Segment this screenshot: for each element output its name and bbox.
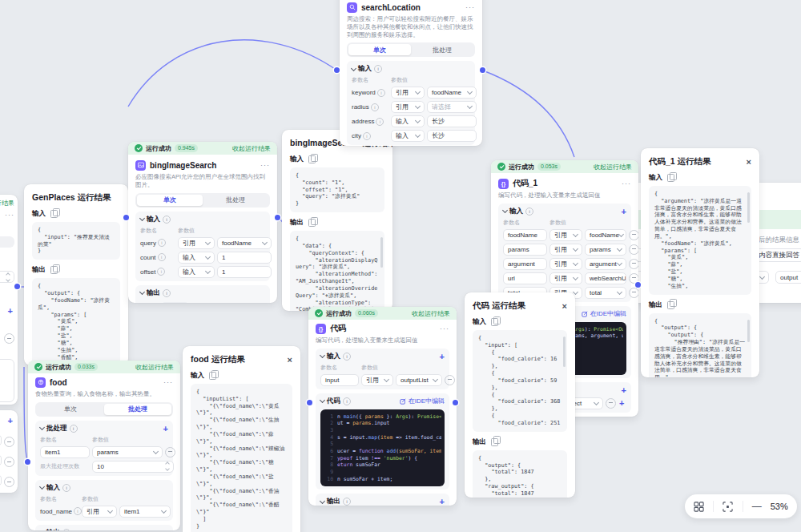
param-input[interactable] (0, 474, 2, 486)
param-input[interactable] (0, 454, 2, 466)
end-node-output-select[interactable]: output (775, 271, 801, 284)
fit-view-button[interactable] (723, 502, 733, 512)
more-menu-button[interactable]: ··· (5, 211, 14, 219)
search-location-node-card[interactable]: searchLocation ··· 周边搜索：用户可以轻松搜索附近的餐厅、娱乐… (340, 0, 482, 146)
add-output-button[interactable]: + (440, 498, 445, 506)
tab-single[interactable]: 单次 (137, 195, 203, 206)
node-port[interactable] (123, 215, 129, 220)
code-node-card[interactable]: 运行成功 0.060s 收起运行结果 {} 代码 ··· 编写代码，处理输入变量… (308, 307, 457, 506)
bing-result-panel[interactable]: bingImageSearch 运行结果 输入 { "count": "1", … (282, 130, 392, 311)
scrollbar[interactable] (563, 337, 566, 367)
copy-icon[interactable] (491, 318, 498, 326)
tab-batch[interactable]: 批处理 (203, 195, 268, 206)
edit-in-ide-link[interactable]: 在IDE中编辑 (400, 397, 445, 405)
zoom-level[interactable]: 53% (771, 502, 788, 511)
remove-param-button[interactable] (4, 437, 14, 447)
add-param-button[interactable]: + (440, 353, 445, 361)
remove-param-button[interactable] (629, 259, 638, 269)
param-input[interactable] (0, 434, 2, 446)
param-type-select[interactable]: 输入 (391, 130, 425, 142)
remove-param-button[interactable] (4, 457, 14, 467)
remove-param-button[interactable] (629, 230, 638, 240)
param-type-select[interactable]: 引用 (178, 237, 215, 249)
zoom-out-button[interactable]: — (752, 501, 762, 512)
param-type-select[interactable]: 引用 (391, 87, 425, 99)
batch-value-select[interactable]: params (92, 446, 163, 458)
food-node-card[interactable]: 运行成功 0.033s 收起运行结果 food ··· 食物热量查询，输入食物名… (28, 361, 180, 530)
tab-batch[interactable]: 批处理 (104, 404, 171, 415)
add-batch-param-button[interactable]: + (163, 425, 168, 433)
param-type-select[interactable]: 引用 (391, 101, 425, 113)
stepper-icon[interactable] (166, 462, 169, 470)
copy-icon[interactable] (308, 155, 316, 163)
close-icon[interactable]: × (288, 356, 292, 364)
genplaces-result-panel[interactable]: GenPlaces 运行结果 输入 { "input": "推荐夏天清淡的菜" … (24, 184, 128, 365)
param-type-select[interactable]: 引用 (82, 506, 117, 518)
param-value-input[interactable]: 长沙 (427, 115, 477, 127)
param-type-select[interactable]: 输入 (178, 252, 215, 264)
param-value-select[interactable]: foodName (427, 87, 477, 99)
more-menu-button[interactable]: ··· (260, 161, 270, 169)
left-node-card-clipped[interactable]: 收起运行结果 ··· + (0, 195, 18, 405)
remove-output-button[interactable] (606, 398, 616, 409)
node-port[interactable] (25, 459, 30, 465)
tab-single[interactable]: 单次 (37, 404, 104, 415)
param-name-input[interactable]: foodName (503, 229, 547, 241)
param-value-select[interactable]: params (585, 244, 626, 256)
param-type-select[interactable]: 输入 (178, 266, 215, 278)
food-result-panel[interactable]: food 运行结果× 输入 { "inputList": [ "{\"food_… (183, 346, 300, 532)
code1-result-panel[interactable]: 代码_1 运行结果× 输入 { "argument": "凉拌黄瓜是一道非常适合… (641, 148, 759, 377)
copy-icon[interactable] (50, 266, 58, 274)
more-menu-button[interactable]: ··· (622, 179, 631, 187)
copy-icon[interactable] (667, 174, 674, 182)
add-param-button[interactable]: + (622, 208, 626, 216)
param-type-select[interactable]: 引用 (549, 229, 582, 241)
param-value-input[interactable]: 1 (217, 252, 272, 264)
bing-node-card[interactable]: 运行成功 0.945s 收起运行结果 bingImageSearch ··· 必… (128, 142, 277, 303)
stepper-icon[interactable] (6, 273, 10, 281)
edit-in-ide-link[interactable]: 在IDE中编辑 (582, 309, 626, 318)
param-type-select[interactable]: 引用 (361, 374, 393, 386)
close-icon[interactable]: × (747, 158, 751, 166)
collapse-result-link[interactable]: 收起运行结果 (232, 144, 271, 153)
node-port[interactable] (480, 67, 485, 73)
node-port[interactable] (307, 400, 312, 405)
copy-icon[interactable] (667, 301, 674, 309)
tab-single[interactable]: 单次 (348, 44, 411, 55)
node-port[interactable] (453, 400, 458, 405)
more-menu-button[interactable]: ··· (440, 324, 449, 332)
code-result-panel[interactable]: 代码 运行结果× 输入 { "input": [ { "food_calorie… (465, 292, 575, 498)
param-value-select[interactable]: foodName (217, 237, 272, 249)
add-param-button[interactable]: + (8, 307, 13, 315)
copy-icon[interactable] (50, 210, 58, 218)
close-icon[interactable]: × (562, 302, 567, 310)
copy-icon[interactable] (209, 372, 216, 380)
workflow-canvas[interactable]: 运行后的结果信息 设定的内容直接回答 output 运行成功 0.053s 收起… (0, 0, 801, 532)
remove-param-button[interactable] (4, 333, 14, 344)
param-value-select[interactable]: outputList (396, 374, 442, 386)
param-value-select[interactable]: item1 (119, 506, 171, 518)
param-name-input[interactable]: argument (503, 258, 547, 270)
collapse-result-link[interactable]: 收起运行结果 (135, 363, 174, 372)
node-port[interactable] (275, 215, 280, 220)
text-area[interactable] (0, 359, 14, 402)
code-editor[interactable]: 1n main({ params }: Args): Promise<Outpu… (320, 409, 445, 486)
collapse-result-link[interactable]: 收起运行结果 (0, 199, 14, 208)
add-child-button[interactable]: + (619, 399, 624, 407)
param-type-select[interactable]: 输入 (391, 115, 425, 127)
scrollbar[interactable] (747, 320, 750, 342)
param-type-select[interactable]: 引用 (549, 244, 582, 256)
node-port[interactable] (334, 67, 340, 73)
remove-param-button[interactable] (165, 447, 175, 457)
copy-icon[interactable] (308, 219, 316, 227)
param-value-input[interactable]: 1 (217, 266, 272, 278)
output-row[interactable]: dataObject (140, 301, 265, 304)
tab-batch[interactable]: 批处理 (411, 44, 473, 55)
copy-icon[interactable] (491, 438, 498, 446)
max-batch-input[interactable]: 10 (92, 461, 174, 473)
param-name-input[interactable]: url (503, 272, 547, 284)
remove-param-button[interactable] (629, 288, 638, 298)
remove-param-button[interactable] (4, 477, 14, 487)
param-name-input[interactable]: input (320, 374, 359, 386)
batch-name-input[interactable]: item1 (40, 446, 90, 458)
